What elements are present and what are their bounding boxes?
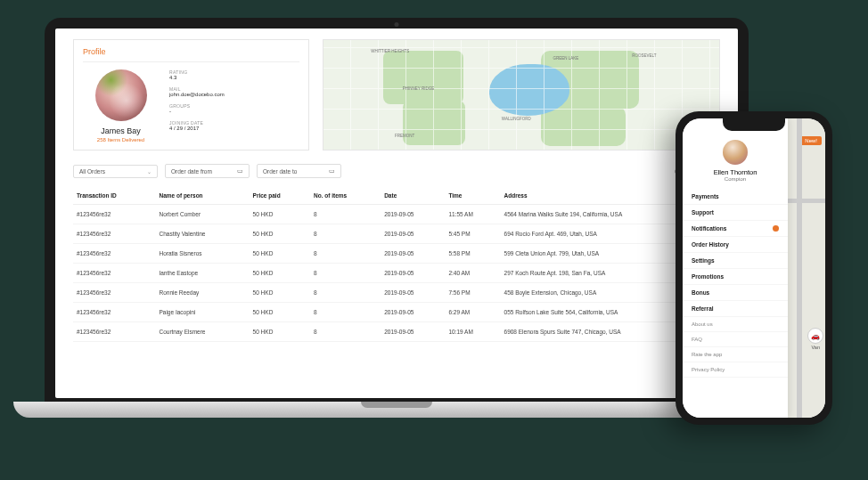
app-screen: Profile James Bay 258 Items Delivered RA… xyxy=(55,28,738,398)
phone-submenu-item[interactable]: Rate the app xyxy=(683,347,788,362)
map-label: WALLINGFORD xyxy=(502,117,531,121)
table-cell: 2:40 AM xyxy=(445,264,500,283)
phone-submenu-item[interactable]: FAQ xyxy=(683,332,788,347)
table-cell: 2019-09-05 xyxy=(381,283,445,303)
phone-submenu-item[interactable]: About us xyxy=(683,317,788,332)
table-cell: 2019-09-05 xyxy=(381,264,445,283)
avatar[interactable] xyxy=(95,69,147,121)
phone-menu-item[interactable]: Referral xyxy=(683,301,788,317)
orders-table: Transaction IDName of personPrice paidNo… xyxy=(73,187,720,342)
phone-avatar[interactable] xyxy=(723,140,748,165)
phone-menu-item[interactable]: Notifications xyxy=(683,221,788,237)
phone-menu-item[interactable]: Payments xyxy=(683,189,788,205)
table-row[interactable]: #123456re32Courtnay Elsmere50 HKD82019-0… xyxy=(73,322,720,342)
table-cell: 2019-09-05 xyxy=(381,244,445,264)
camera-icon xyxy=(395,22,399,27)
table-cell: 5:45 PM xyxy=(445,224,500,244)
table-cell: Ianthe Eastope xyxy=(155,264,249,283)
table-cell: 50 HKD xyxy=(250,322,310,342)
table-cell: 50 HKD xyxy=(250,205,310,224)
table-cell: Chastity Valentine xyxy=(155,224,249,244)
table-cell: 8 xyxy=(310,224,381,244)
table-cell: #123456re32 xyxy=(73,224,155,244)
table-header[interactable]: Transaction ID xyxy=(73,187,155,205)
phone-map[interactable]: New! 🚗 Van xyxy=(788,118,825,418)
table-cell: #123456re32 xyxy=(73,283,155,303)
phone-menu-item[interactable]: Order History xyxy=(683,237,788,253)
map-label: ROOSEVELT xyxy=(632,53,656,58)
phone-user-name: Ellen Thornton xyxy=(683,168,788,176)
date-from-input[interactable]: Order date from▭ xyxy=(165,164,250,178)
rating-value: 4.3 xyxy=(169,75,299,80)
table-row[interactable]: #123456re32Paige Iacopini50 HKD82019-09-… xyxy=(73,303,720,322)
table-row[interactable]: #123456re32Ronnie Reeday50 HKD82019-09-0… xyxy=(73,283,720,303)
car-icon: 🚗 xyxy=(807,328,823,344)
table-cell: #123456re32 xyxy=(73,303,155,322)
table-header[interactable]: Price paid xyxy=(250,187,310,205)
phone-menu-item[interactable]: Bonus xyxy=(683,285,788,301)
table-cell: Paige Iacopini xyxy=(155,303,249,322)
profile-stat: 258 Items Delivered xyxy=(83,137,159,142)
phone-notch xyxy=(723,118,785,131)
vehicle-label: Van xyxy=(812,345,820,350)
table-row[interactable]: #123456re32Ianthe Eastope50 HKD82019-09-… xyxy=(73,264,720,283)
table-cell: Ronnie Reeday xyxy=(155,283,249,303)
table-row[interactable]: #123456re32Chastity Valentine50 HKD82019… xyxy=(73,224,720,244)
table-cell: 2019-09-05 xyxy=(381,322,445,342)
table-cell: Norbert Comber xyxy=(155,205,249,224)
table-cell: 10:19 AM xyxy=(445,322,500,342)
phone-submenu-item[interactable]: Privacy Policy xyxy=(683,362,788,378)
table-header[interactable]: Date xyxy=(381,187,445,205)
table-cell: 7:56 PM xyxy=(445,283,500,303)
table-cell: #123456re32 xyxy=(73,205,155,224)
map-label: PHINNEY RIDGE xyxy=(403,86,434,91)
orders-filter-select[interactable]: All Orders⌄ xyxy=(73,165,158,178)
new-button[interactable]: New! xyxy=(800,136,822,145)
phone-menu-item[interactable]: Promotions xyxy=(683,269,788,285)
profile-name: James Bay xyxy=(83,126,159,135)
table-cell: 11:55 AM xyxy=(445,205,500,224)
calendar-icon: ▭ xyxy=(329,167,335,175)
laptop-frame: Profile James Bay 258 Items Delivered RA… xyxy=(45,18,749,418)
notification-badge-icon xyxy=(773,225,779,232)
table-cell: #123456re32 xyxy=(73,244,155,264)
table-cell: 8 xyxy=(310,264,381,283)
map-label: FREMONT xyxy=(395,134,414,138)
chevron-down-icon: ⌄ xyxy=(147,168,151,175)
table-cell: #123456re32 xyxy=(73,264,155,283)
table-cell: 2019-09-05 xyxy=(381,224,445,244)
table-cell: 50 HKD xyxy=(250,303,310,322)
table-cell: 8 xyxy=(310,283,381,303)
table-cell: 2019-09-05 xyxy=(381,205,445,224)
table-cell: 50 HKD xyxy=(250,264,310,283)
profile-title: Profile xyxy=(83,47,299,62)
table-cell: 8 xyxy=(310,303,381,322)
table-cell: 6:29 AM xyxy=(445,303,500,322)
map-label: WHITTIER HEIGHTS xyxy=(371,49,409,53)
table-cell: 8 xyxy=(310,322,381,342)
table-cell: Courtnay Elsmere xyxy=(155,322,249,342)
map-label: GREEN LAKE xyxy=(553,56,579,61)
table-cell: #123456re32 xyxy=(73,322,155,342)
table-cell: 5:58 PM xyxy=(445,244,500,264)
table-cell: 8 xyxy=(310,244,381,264)
table-cell: 50 HKD xyxy=(250,244,310,264)
date-to-input[interactable]: Order date to▭ xyxy=(257,164,341,178)
phone-menu-item[interactable]: Settings xyxy=(683,253,788,269)
join-value: 4 / 29 / 2017 xyxy=(169,126,299,131)
groups-value: - xyxy=(169,109,299,114)
table-row[interactable]: #123456re32Horatia Sisneros50 HKD82019-0… xyxy=(73,244,720,264)
table-cell: 8 xyxy=(310,205,381,224)
table-header[interactable]: Time xyxy=(445,187,500,205)
profile-card: Profile James Bay 258 Items Delivered RA… xyxy=(73,39,309,151)
table-cell: 50 HKD xyxy=(250,283,310,303)
phone-frame: Ellen Thornton Compton PaymentsSupportNo… xyxy=(676,111,832,425)
mail-value: john.doe@docebo.com xyxy=(169,92,299,97)
table-header[interactable]: No. of items xyxy=(310,187,381,205)
map-card[interactable]: WHITTIER HEIGHTS PHINNEY RIDGE GREEN LAK… xyxy=(323,39,720,151)
phone-menu-item[interactable]: Support xyxy=(683,205,788,221)
table-row[interactable]: #123456re32Norbert Comber50 HKD82019-09-… xyxy=(73,205,720,224)
table-cell: Horatia Sisneros xyxy=(155,244,249,264)
phone-menu: Ellen Thornton Compton PaymentsSupportNo… xyxy=(683,118,788,418)
table-header[interactable]: Name of person xyxy=(155,187,249,205)
